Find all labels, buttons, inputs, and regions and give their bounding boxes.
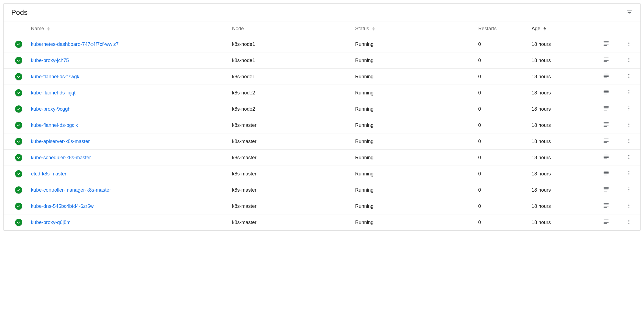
logs-button[interactable] — [601, 87, 611, 97]
status-ok-icon — [15, 105, 22, 113]
cell-restarts: 0 — [476, 166, 529, 182]
cell-name: kube-dns-545bc4bfd4-6zr5w — [28, 198, 229, 214]
logs-button[interactable] — [601, 152, 611, 162]
pod-link[interactable]: kube-apiserver-k8s-master — [31, 139, 90, 144]
cell-health — [4, 166, 28, 182]
more-vert-icon — [626, 73, 632, 79]
pod-link[interactable]: kube-proxy-jch75 — [31, 58, 69, 63]
cell-age: 18 hours — [529, 117, 595, 133]
svg-point-63 — [628, 156, 629, 157]
more-vert-icon — [626, 170, 632, 176]
cell-logs — [595, 69, 618, 85]
svg-point-84 — [628, 205, 629, 206]
logs-button[interactable] — [601, 136, 611, 146]
col-node[interactable]: Node — [229, 21, 352, 36]
col-node-label: Node — [232, 26, 244, 31]
actions-menu-button[interactable] — [624, 39, 634, 49]
logs-icon — [603, 202, 609, 208]
col-restarts[interactable]: Restarts — [476, 21, 529, 36]
actions-menu-button[interactable] — [624, 184, 634, 194]
pod-link[interactable]: kubernetes-dashboard-747c4f7cf-wwlz7 — [31, 41, 119, 47]
pod-link[interactable]: kube-flannel-ds-bgclx — [31, 122, 78, 128]
cell-health — [4, 117, 28, 133]
cell-logs — [595, 182, 618, 198]
pod-link[interactable]: kube-proxy-9cggh — [31, 106, 71, 112]
logs-button[interactable] — [601, 38, 611, 48]
status-ok-icon — [15, 138, 22, 145]
filter-button[interactable] — [624, 7, 634, 17]
table-row: kube-proxy-q6j8m k8s-master Running 0 18… — [4, 214, 640, 231]
cell-name: kube-flannel-ds-lnjqt — [28, 85, 229, 101]
logs-button[interactable] — [601, 55, 611, 65]
actions-menu-button[interactable] — [624, 71, 634, 81]
cell-status: Running — [352, 166, 476, 182]
svg-point-91 — [628, 221, 629, 222]
svg-point-21 — [628, 59, 629, 60]
cell-age: 18 hours — [529, 52, 595, 69]
more-vert-icon — [626, 122, 632, 127]
logs-icon — [603, 73, 609, 79]
cell-age: 18 hours — [529, 214, 595, 231]
actions-menu-button[interactable] — [624, 55, 634, 65]
cell-health — [4, 36, 28, 52]
status-ok-icon — [15, 186, 22, 194]
pod-link[interactable]: kube-proxy-q6j8m — [31, 220, 71, 225]
pod-link[interactable]: kube-scheduler-k8s-master — [31, 155, 91, 160]
logs-button[interactable] — [601, 200, 611, 210]
card-title: Pods — [11, 8, 27, 17]
logs-button[interactable] — [601, 184, 611, 194]
svg-point-49 — [628, 124, 629, 125]
actions-menu-button[interactable] — [624, 201, 634, 211]
cell-status: Running — [352, 101, 476, 117]
cell-node: k8s-master — [229, 198, 352, 214]
more-vert-icon — [626, 57, 632, 63]
cell-node: k8s-master — [229, 117, 352, 133]
cell-status: Running — [352, 52, 476, 69]
col-status[interactable]: Status — [352, 21, 476, 36]
svg-point-48 — [628, 122, 629, 123]
more-vert-icon — [626, 90, 632, 95]
cell-name: kube-proxy-q6j8m — [28, 214, 229, 231]
cell-health — [4, 69, 28, 85]
more-vert-icon — [626, 187, 632, 192]
cell-node: k8s-node1 — [229, 52, 352, 69]
cell-status: Running — [352, 85, 476, 101]
svg-point-34 — [628, 90, 629, 91]
pod-link[interactable]: kube-flannel-ds-f7wgk — [31, 74, 79, 79]
logs-icon — [603, 186, 609, 192]
actions-menu-button[interactable] — [624, 168, 634, 178]
svg-point-62 — [628, 155, 629, 156]
pod-link[interactable]: kube-controller-manager-k8s-master — [31, 187, 111, 193]
pod-link[interactable]: etcd-k8s-master — [31, 171, 66, 177]
logs-icon — [603, 40, 609, 46]
logs-button[interactable] — [601, 119, 611, 129]
actions-menu-button[interactable] — [624, 152, 634, 162]
svg-point-83 — [628, 203, 629, 204]
cell-name: kube-flannel-ds-f7wgk — [28, 69, 229, 85]
table-row: kube-proxy-jch75 k8s-node1 Running 0 18 … — [4, 52, 640, 69]
cell-restarts: 0 — [476, 85, 529, 101]
logs-icon — [603, 121, 609, 127]
cell-name: etcd-k8s-master — [28, 166, 229, 182]
svg-marker-4 — [47, 29, 49, 30]
actions-menu-button[interactable] — [624, 136, 634, 146]
logs-icon — [603, 105, 609, 111]
logs-button[interactable] — [601, 168, 611, 178]
cell-actions — [617, 182, 640, 198]
logs-button[interactable] — [601, 103, 611, 113]
col-name[interactable]: Name — [28, 21, 229, 36]
pod-link[interactable]: kube-flannel-ds-lnjqt — [31, 90, 76, 96]
actions-menu-button[interactable] — [624, 217, 634, 227]
col-age[interactable]: Age — [529, 21, 595, 36]
svg-point-50 — [628, 126, 629, 127]
col-actions — [617, 21, 640, 36]
pod-link[interactable]: kube-dns-545bc4bfd4-6zr5w — [31, 203, 94, 209]
logs-button[interactable] — [601, 217, 611, 226]
svg-marker-7 — [543, 27, 546, 29]
status-ok-icon — [15, 203, 22, 210]
logs-button[interactable] — [601, 71, 611, 81]
actions-menu-button[interactable] — [624, 87, 634, 97]
actions-menu-button[interactable] — [624, 104, 634, 113]
actions-menu-button[interactable] — [624, 120, 634, 130]
svg-point-27 — [628, 74, 629, 75]
